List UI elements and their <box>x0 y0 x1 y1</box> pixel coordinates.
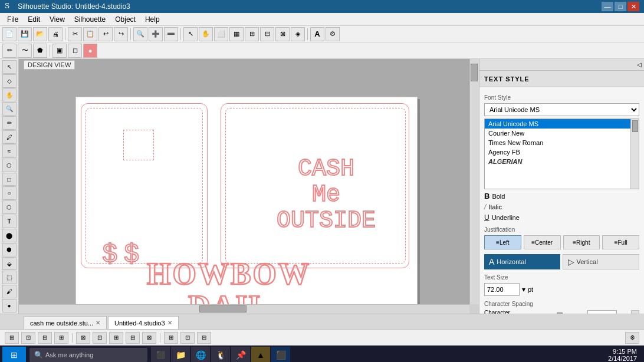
zoom-tool[interactable]: 🔍 <box>2 102 17 116</box>
statusbar-btn-7[interactable]: ⊞ <box>109 332 123 344</box>
vertical-scroll-thumb[interactable] <box>471 64 478 81</box>
silhouette-tool[interactable]: ⬙ <box>2 257 17 271</box>
minimize-button[interactable]: — <box>602 2 613 11</box>
3d-tool[interactable]: ⬢ <box>2 243 17 256</box>
font-item-algerian[interactable]: ALGERIAN <box>485 157 630 166</box>
panel-collapse-icon[interactable]: ◁ <box>637 61 642 68</box>
settings-button[interactable]: ⚙ <box>326 27 340 41</box>
underline-btn[interactable]: U Underline <box>484 213 520 222</box>
statusbar-settings-button[interactable]: ⚙ <box>625 332 639 344</box>
warp-tool[interactable]: ⬚ <box>2 271 17 284</box>
taskbar-store-button[interactable]: 📌 <box>231 347 250 362</box>
statusbar-btn-10[interactable]: ⊞ <box>164 332 178 344</box>
color-button[interactable]: ● <box>83 44 97 58</box>
menu-view[interactable]: View <box>45 13 70 25</box>
statusbar-btn-11[interactable]: ⊡ <box>180 332 195 344</box>
group-button[interactable]: ▦ <box>229 27 244 41</box>
zoom-in-button[interactable]: ➕ <box>149 27 163 41</box>
statusbar-btn-4[interactable]: ⊞ <box>54 332 68 344</box>
pointer-button[interactable]: ↖ <box>183 27 198 41</box>
menu-silhouette[interactable]: Silhouette <box>70 13 110 25</box>
align-button[interactable]: ⊟ <box>260 27 274 41</box>
search-bar[interactable]: 🔍 Ask me anything <box>29 348 147 362</box>
tab-close-cash[interactable]: ✕ <box>96 320 100 326</box>
char-spacing-up[interactable]: ▲ <box>631 310 639 314</box>
font-list-scrollbar[interactable] <box>630 119 639 189</box>
zoom-out-button[interactable]: ➖ <box>164 27 178 41</box>
taskbar-silhouette-app[interactable]: ▲ <box>251 347 270 362</box>
pan-tool[interactable]: ✋ <box>2 88 17 102</box>
justify-right-button[interactable]: ≡ Right <box>563 235 600 249</box>
statusbar-btn-9[interactable]: ⊠ <box>142 332 156 344</box>
size-dropdown-arrow[interactable]: ▾ <box>522 285 525 294</box>
statusbar-btn-6[interactable]: ⊡ <box>93 332 107 344</box>
italic-btn[interactable]: / Italic <box>484 203 520 211</box>
ellipse-tool[interactable]: ○ <box>2 186 17 200</box>
pen-tool[interactable]: 🖊 <box>2 130 17 144</box>
calligraphy-tool[interactable]: ≈ <box>2 144 17 158</box>
statusbar-btn-1[interactable]: ⊞ <box>5 332 19 344</box>
font-list-scroll-thumb[interactable] <box>632 120 638 132</box>
maximize-button[interactable]: □ <box>615 2 626 11</box>
char-spacing-thumb[interactable] <box>557 312 563 314</box>
fill-button[interactable]: ▣ <box>52 44 67 58</box>
new-button[interactable]: 📄 <box>2 27 17 41</box>
tab-untitled[interactable]: Untitled-4.studio3 ✕ <box>108 316 179 329</box>
justify-full-button[interactable]: ≡ Full <box>602 235 639 249</box>
snap-button[interactable]: ◈ <box>291 27 305 41</box>
bold-btn[interactable]: B Bold <box>484 192 520 200</box>
justify-left-button[interactable]: ≡ Left <box>484 235 521 249</box>
font-list-items[interactable]: Arial Unicode MS Courier New Times New R… <box>485 119 630 189</box>
cut-button[interactable]: ✂ <box>68 27 82 41</box>
fill-bucket-tool[interactable]: ⬤ <box>2 229 17 242</box>
select-tool[interactable]: ↖ <box>2 60 17 74</box>
windows-start-button[interactable]: ⊞ <box>2 347 26 362</box>
font-item-arial[interactable]: Arial Unicode MS <box>485 119 630 129</box>
spray-tool[interactable]: ● <box>2 299 17 312</box>
taskbar-vinyl-app[interactable]: ⬛ <box>271 347 290 362</box>
rectangle-tool[interactable]: □ <box>2 173 17 186</box>
select-button[interactable]: ⬜ <box>214 27 228 41</box>
zoom-fit-button[interactable]: 🔍 <box>133 27 147 41</box>
bezier-button[interactable]: 〜 <box>18 44 32 58</box>
horizontal-scrollbar[interactable] <box>19 304 469 314</box>
statusbar-btn-5[interactable]: ⊠ <box>76 332 90 344</box>
menu-edit[interactable]: Edit <box>23 13 45 25</box>
font-item-agency[interactable]: Agency FB <box>485 147 630 157</box>
menu-file[interactable]: File <box>2 13 23 25</box>
font-style-dropdown[interactable]: Arial Unicode MS <box>484 103 639 116</box>
canvas-area[interactable]: DESIGN VIEW CASHMeOUTSIDE $ $ HOWBOW DAH… <box>19 59 479 314</box>
save-button[interactable]: 💾 <box>18 27 32 41</box>
tab-close-untitled[interactable]: ✕ <box>167 320 172 326</box>
horizontal-scroll-thumb[interactable] <box>199 305 247 312</box>
statusbar-btn-2[interactable]: ⊡ <box>21 332 35 344</box>
taskbar-edge-browser[interactable]: 🌐 <box>191 347 210 362</box>
tab-cash-me-outside[interactable]: cash me outside.stu... ✕ <box>24 316 107 329</box>
text-size-input[interactable] <box>484 283 520 296</box>
statusbar-btn-8[interactable]: ⊟ <box>126 332 140 344</box>
statusbar-btn-3[interactable]: ⊟ <box>38 332 52 344</box>
taskbar-view-button[interactable]: ⬛ <box>151 347 170 362</box>
font-item-times[interactable]: Times New Roman <box>485 138 630 147</box>
text-tool[interactable]: T <box>2 215 17 228</box>
text-button[interactable]: A <box>310 27 324 41</box>
statusbar-btn-12[interactable]: ⊟ <box>197 332 211 344</box>
paint-tool[interactable]: 🖌 <box>2 285 17 298</box>
shape-button[interactable]: ⬟ <box>33 44 47 58</box>
node-tool[interactable]: ◇ <box>2 74 17 88</box>
justify-center-button[interactable]: ≡ Center <box>524 235 561 249</box>
horizontal-orientation-button[interactable]: A Horizontal <box>484 254 560 269</box>
character-spacing-value[interactable] <box>587 310 617 314</box>
taskbar-cortana-button[interactable]: 🐧 <box>211 347 230 362</box>
taskbar-file-explorer[interactable]: 📁 <box>171 347 190 362</box>
pan-button[interactable]: ✋ <box>199 27 213 41</box>
stroke-button[interactable]: ◻ <box>68 44 82 58</box>
open-button[interactable]: 📂 <box>33 27 47 41</box>
eraser-tool[interactable]: ⬡ <box>2 159 17 172</box>
vertical-scrollbar[interactable] <box>469 59 479 304</box>
font-item-courier[interactable]: Courier New <box>485 129 630 138</box>
pencil-tool[interactable]: ✏ <box>2 116 17 130</box>
draw-button[interactable]: ✏ <box>2 44 17 58</box>
redo-button[interactable]: ↪ <box>114 27 128 41</box>
ungroup-button[interactable]: ⊞ <box>245 27 259 41</box>
